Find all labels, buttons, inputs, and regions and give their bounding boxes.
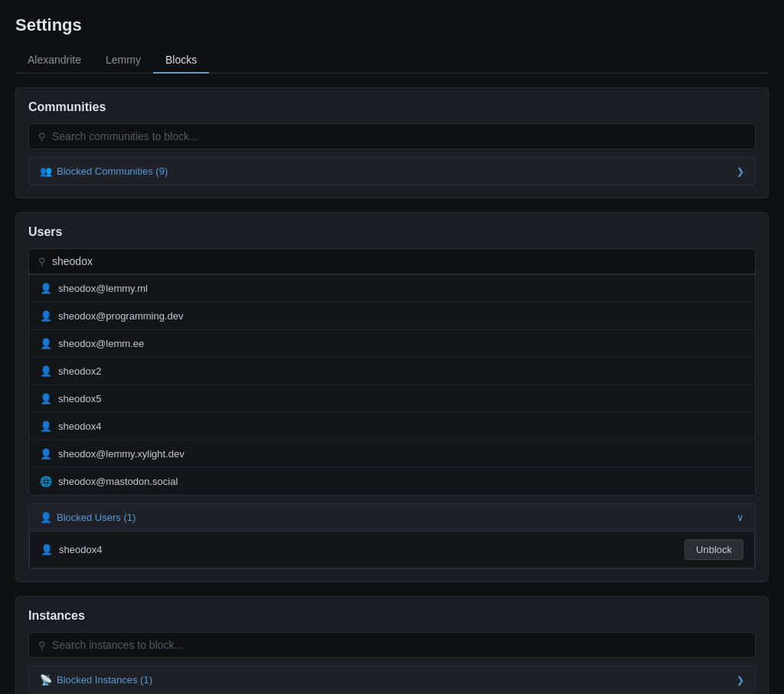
suggestion-item-2[interactable]: 👤sheodox@lemm.ee <box>29 330 755 358</box>
blocked-users-toggle[interactable]: 👤 Blocked Users (1) ∨ <box>29 504 755 531</box>
communities-section: Communities ⚲ 👥 Blocked Communities (9) … <box>15 87 769 198</box>
suggestion-item-1[interactable]: 👤sheodox@programming.dev <box>29 303 755 330</box>
suggestion-name-2: sheodox@lemm.ee <box>58 338 144 349</box>
blocked-communities-toggle[interactable]: 👥 Blocked Communities (9) ❯ <box>28 157 756 185</box>
antenna-icon: 📡 <box>40 674 52 686</box>
communities-search-box: ⚲ <box>28 123 756 149</box>
tab-alexandrite[interactable]: Alexandrite <box>15 47 93 74</box>
blocked-user-row-0: 👤sheodox4Unblock <box>29 532 755 568</box>
suggestion-name-6: sheodox@lemmy.xylight.dev <box>58 448 185 460</box>
suggestion-item-3[interactable]: 👤sheodox2 <box>29 358 755 385</box>
instances-section: Instances ⚲ 📡 Blocked Instances (1) ❯ <box>15 596 769 694</box>
instances-search-input[interactable] <box>52 639 746 651</box>
users-title: Users <box>28 225 756 239</box>
blocked-users-list: 👤sheodox4Unblock <box>29 531 755 568</box>
suggestion-name-1: sheodox@programming.dev <box>58 310 184 322</box>
instances-search-icon: ⚲ <box>38 640 46 651</box>
blocked-user-label-0: 👤sheodox4 <box>41 544 102 555</box>
tabs-bar: Alexandrite Lemmy Blocks <box>15 47 769 74</box>
users-search-box: ⚲ <box>29 249 755 274</box>
users-search-input[interactable] <box>52 255 746 267</box>
suggestion-item-5[interactable]: 👤sheodox4 <box>29 413 755 440</box>
blocked-users-chevron-icon: ∨ <box>737 512 744 523</box>
instances-chevron-icon: ❯ <box>737 675 744 686</box>
users-suggestions-list: 👤sheodox@lemmy.ml👤sheodox@programming.de… <box>29 274 755 495</box>
blocked-instances-toggle[interactable]: 📡 Blocked Instances (1) ❯ <box>28 666 756 694</box>
users-group-icon: 👥 <box>40 165 52 177</box>
suggestion-icon-5: 👤 <box>40 421 52 432</box>
suggestion-icon-2: 👤 <box>40 338 52 349</box>
suggestion-icon-0: 👤 <box>40 283 52 294</box>
users-section: Users ⚲ 👤sheodox@lemmy.ml👤sheodox@progra… <box>15 212 769 582</box>
suggestion-icon-4: 👤 <box>40 393 52 404</box>
suggestion-icon-1: 👤 <box>40 310 52 322</box>
blocked-communities-label: 👥 Blocked Communities (9) <box>40 165 168 177</box>
blocked-users-section: 👤 Blocked Users (1) ∨ 👤sheodox4Unblock <box>28 503 756 569</box>
tab-blocks[interactable]: Blocks <box>153 47 209 74</box>
blocked-user-name-0: sheodox4 <box>59 544 102 555</box>
communities-search-icon: ⚲ <box>38 131 46 142</box>
suggestion-name-5: sheodox4 <box>58 421 101 432</box>
instances-title: Instances <box>28 609 756 623</box>
users-search-wrapper: ⚲ 👤sheodox@lemmy.ml👤sheodox@programming.… <box>28 248 756 496</box>
communities-search-input[interactable] <box>52 130 746 142</box>
communities-chevron-icon: ❯ <box>737 166 744 177</box>
tab-lemmy[interactable]: Lemmy <box>93 47 153 74</box>
suggestion-icon-3: 👤 <box>40 365 52 377</box>
user-icon: 👤 <box>40 512 52 523</box>
users-search-icon: ⚲ <box>38 256 46 267</box>
suggestion-name-0: sheodox@lemmy.ml <box>58 283 148 294</box>
unblock-button-0[interactable]: Unblock <box>684 539 743 560</box>
suggestion-item-6[interactable]: 👤sheodox@lemmy.xylight.dev <box>29 440 755 468</box>
suggestion-item-0[interactable]: 👤sheodox@lemmy.ml <box>29 275 755 303</box>
suggestion-name-7: sheodox@mastodon.social <box>58 476 178 487</box>
suggestion-icon-7: 🌐 <box>40 476 52 487</box>
blocked-instances-label: 📡 Blocked Instances (1) <box>40 674 152 686</box>
blocked-users-label: 👤 Blocked Users (1) <box>40 512 136 523</box>
suggestion-icon-6: 👤 <box>40 448 52 460</box>
suggestion-name-4: sheodox5 <box>58 393 101 404</box>
communities-title: Communities <box>28 100 756 114</box>
suggestion-item-4[interactable]: 👤sheodox5 <box>29 385 755 413</box>
suggestion-name-3: sheodox2 <box>58 365 101 377</box>
suggestion-item-7[interactable]: 🌐sheodox@mastodon.social <box>29 468 755 495</box>
page-title: Settings <box>15 15 769 35</box>
blocked-user-icon-0: 👤 <box>41 544 53 555</box>
instances-search-box: ⚲ <box>28 632 756 658</box>
